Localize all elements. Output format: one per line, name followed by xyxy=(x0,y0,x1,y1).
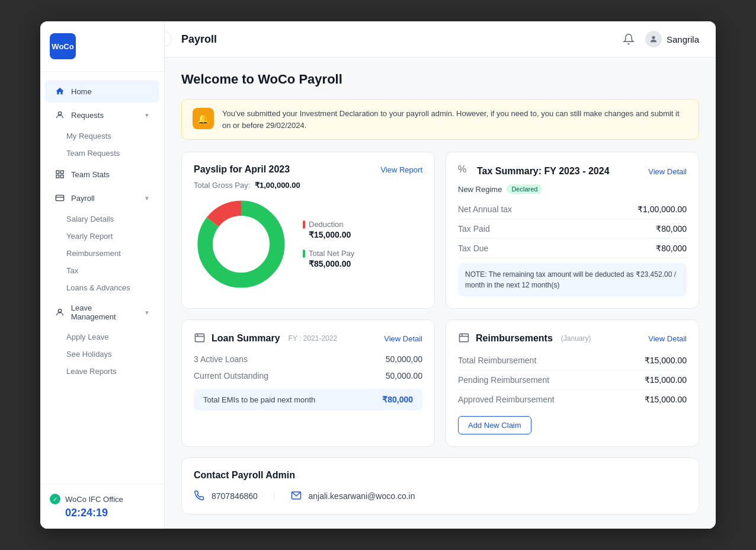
email-icon xyxy=(291,490,303,502)
outstanding-value: 50,000.00 xyxy=(386,371,422,380)
deduction-value: ₹15,000.00 xyxy=(303,230,354,239)
total-reimb-value: ₹15,000.00 xyxy=(645,356,687,365)
pending-reimb-row: Pending Reimbursement ₹15,000.00 xyxy=(458,370,687,390)
sidebar-item-reimbursement[interactable]: Reimbursement xyxy=(40,245,164,262)
emi-value: ₹80,000 xyxy=(382,395,413,404)
loan-rows: 3 Active Loans 50,000,00 Current Outstan… xyxy=(194,351,422,384)
deduction-legend: Deduction ₹15,000.00 xyxy=(303,220,354,239)
sidebar-item-team-stats[interactable]: Team Stats xyxy=(45,163,159,186)
reimb-title: Reimbursements xyxy=(476,333,553,344)
sidebar-item-apply-leave[interactable]: Apply Leave xyxy=(40,328,164,346)
payslip-view-report-link[interactable]: View Report xyxy=(380,165,422,174)
loan-icon xyxy=(194,332,207,345)
sidebar-item-loans[interactable]: Loans & Advances xyxy=(40,279,164,296)
total-reimb-row: Total Reimbursement ₹15,000.00 xyxy=(458,351,687,370)
tax-card-header: % Tax Summary: FY 2023 - 2024 View Detai… xyxy=(458,164,687,178)
net-pay-bar xyxy=(303,250,305,258)
bottom-cards-grid: Loan Summary FY : 2021-2022 View Detail … xyxy=(181,319,699,447)
svg-rect-14 xyxy=(460,334,469,341)
svg-point-0 xyxy=(58,112,61,115)
reimb-view-detail-link[interactable]: View Detail xyxy=(648,334,687,343)
gross-pay-value: ₹1,00,000.00 xyxy=(255,181,300,190)
top-cards-grid: Payslip for April 2023 View Report Total… xyxy=(181,152,699,309)
tax-due-value: ₹80,000 xyxy=(656,244,687,253)
clock-display: 02:24:19 xyxy=(50,507,155,519)
main-content: ‹ Payroll Sangrila xyxy=(165,21,716,529)
loan-summary-card: Loan Summary FY : 2021-2022 View Detail … xyxy=(181,319,435,447)
header: ‹ Payroll Sangrila xyxy=(165,21,716,57)
sidebar-collapse-button[interactable]: ‹ xyxy=(165,31,172,47)
regime-label: New Regime xyxy=(458,185,502,194)
payslip-title: Payslip for April 2023 xyxy=(194,164,290,175)
sidebar-item-home[interactable]: Home xyxy=(45,80,159,103)
payslip-legend: Deduction ₹15,000.00 Total Net Pay ₹85,0… xyxy=(303,220,354,268)
sidebar-item-team-requests[interactable]: Team Requests xyxy=(40,145,164,162)
net-pay-legend: Total Net Pay ₹85,000.00 xyxy=(303,249,354,268)
sidebar-item-salary-details[interactable]: Salary Details xyxy=(40,210,164,228)
tax-paid-value: ₹80,000 xyxy=(656,224,687,234)
emi-label: Total EMIs to be paid next month xyxy=(203,395,315,404)
sidebar-logo: WoCo xyxy=(40,21,164,72)
reimb-month: (January) xyxy=(561,334,591,343)
tax-paid-label: Tax Paid xyxy=(458,224,490,234)
sidebar: WoCo Home Requests ▼ xyxy=(40,21,165,529)
tax-note: NOTE: The remaining tax amount will be d… xyxy=(458,263,687,296)
tax-due-row: Tax Due ₹80,000 xyxy=(458,239,687,258)
tax-title-row: % Tax Summary: FY 2023 - 2024 xyxy=(458,164,610,178)
sidebar-item-leave-reports[interactable]: Leave Reports xyxy=(40,363,164,380)
contact-title: Contact Payroll Admin xyxy=(194,470,687,481)
payroll-label: Payroll xyxy=(71,194,95,203)
deduction-label: Deduction xyxy=(309,220,344,229)
office-status-dot xyxy=(50,494,60,504)
add-new-claim-button[interactable]: Add New Claim xyxy=(458,416,531,434)
svg-rect-5 xyxy=(56,195,63,200)
regime-row: New Regime Declared xyxy=(458,184,687,194)
gross-pay-label: Total Gross Pay: xyxy=(194,181,250,190)
notification-bell-icon[interactable] xyxy=(622,32,636,46)
header-right: Sangrila xyxy=(622,31,699,47)
loan-view-detail-link[interactable]: View Detail xyxy=(384,334,422,343)
pending-reimb-label: Pending Reimbursement xyxy=(458,375,549,385)
tax-due-label: Tax Due xyxy=(458,244,488,253)
page-title: Welcome to WoCo Payroll xyxy=(181,72,699,87)
deduction-bar xyxy=(303,220,305,229)
home-label: Home xyxy=(71,87,92,96)
loan-fy-label: FY : 2021-2022 xyxy=(289,334,338,343)
leave-management-label: Leave Management xyxy=(71,303,138,321)
sidebar-item-leave-management[interactable]: Leave Management ▼ xyxy=(45,298,159,327)
app-logo: WoCo xyxy=(50,33,76,59)
team-stats-icon xyxy=(55,169,65,180)
payroll-icon xyxy=(55,193,65,203)
sidebar-item-yearly-report[interactable]: Yearly Report xyxy=(40,228,164,245)
reimb-icon xyxy=(458,332,471,345)
loan-card-header: Loan Summary FY : 2021-2022 View Detail xyxy=(194,332,422,345)
approved-reimb-label: Approved Reimbursement xyxy=(458,395,555,404)
svg-point-7 xyxy=(58,309,61,312)
donut-svg xyxy=(194,197,289,292)
sidebar-nav: Home Requests ▼ My Requests Team Request… xyxy=(40,72,164,484)
payslip-card-header: Payslip for April 2023 View Report xyxy=(194,164,422,175)
payslip-card: Payslip for April 2023 View Report Total… xyxy=(181,152,435,309)
total-reimb-label: Total Reimbursement xyxy=(458,356,536,365)
user-profile[interactable]: Sangrila xyxy=(645,31,699,47)
loan-title-row: Loan Summary FY : 2021-2022 xyxy=(194,332,337,345)
svg-rect-3 xyxy=(60,175,63,178)
alert-icon: 🔔 xyxy=(193,108,214,129)
approved-reimb-value: ₹15,000.00 xyxy=(645,395,687,404)
sidebar-item-tax[interactable]: Tax xyxy=(40,262,164,279)
tax-view-detail-link[interactable]: View Detail xyxy=(648,167,687,176)
requests-icon xyxy=(55,110,65,120)
reimb-card-header: Reimbursements (January) View Detail xyxy=(458,332,687,345)
net-pay-label: Total Net Pay xyxy=(309,249,354,258)
tax-icon: % xyxy=(458,164,472,178)
sidebar-item-requests[interactable]: Requests ▼ xyxy=(45,104,159,126)
payslip-content: Deduction ₹15,000.00 Total Net Pay ₹85,0… xyxy=(194,197,422,292)
sidebar-item-my-requests[interactable]: My Requests xyxy=(40,127,164,145)
approved-reimb-row: Approved Reimbursement ₹15,000.00 xyxy=(458,390,687,409)
leave-icon xyxy=(55,307,65,318)
active-loans-value: 50,000,00 xyxy=(386,354,422,364)
reimb-title-row: Reimbursements (January) xyxy=(458,332,591,345)
payslip-gross-pay: Total Gross Pay: ₹1,00,000.00 xyxy=(194,181,422,190)
sidebar-item-payroll[interactable]: Payroll ▼ xyxy=(45,187,159,209)
sidebar-item-see-holidays[interactable]: See Holidays xyxy=(40,346,164,363)
